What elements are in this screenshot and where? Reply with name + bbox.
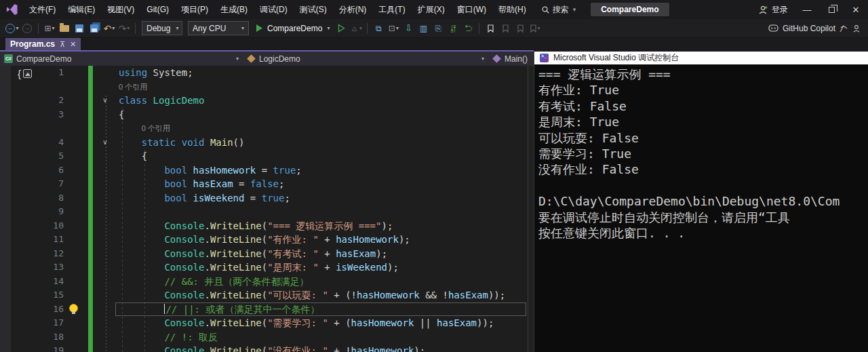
solution-explorer-sync-button[interactable]: ⊡▾ (387, 21, 400, 36)
code-line[interactable]: 17Console.WriteLine("需要学习: " + (hasHomew… (0, 316, 528, 330)
csharp-project-icon: C# (4, 54, 13, 63)
code-line[interactable]: 6bool hasHomework = true; (0, 163, 528, 178)
restore-button[interactable] (819, 0, 844, 19)
menu-item[interactable]: 窗口(W) (451, 0, 492, 19)
bookmark-next-icon (517, 24, 524, 33)
user-icon (759, 5, 768, 14)
code-text: bool hasExam = false; (119, 177, 284, 191)
codelens-row[interactable]: 0 个引用 (0, 80, 528, 94)
copy-document-button[interactable]: ⎘ (431, 21, 445, 36)
code-text: Console.WriteLine("需要学习: " + (hasHomewor… (119, 316, 494, 330)
code-outline-brace-icon[interactable]: { (18, 68, 32, 79)
start-debugging-button[interactable]: CompareDemo ▾ (252, 24, 334, 33)
code-line[interactable]: 10Console.WriteLine("=== 逻辑运算示例 ==="); (0, 219, 528, 233)
menu-item[interactable]: 测试(S) (294, 0, 333, 19)
code-line[interactable]: 4∨static void Main() (0, 136, 528, 150)
navigate-back-button[interactable]: ←▾ (5, 21, 19, 36)
menu-item[interactable]: 工具(T) (372, 0, 411, 19)
code-line[interactable]: 15Console.WriteLine("可以玩耍: " + (!hasHome… (0, 288, 528, 302)
undo-button[interactable]: ↶▾ (102, 21, 116, 36)
github-copilot-button[interactable]: GitHub Copilot (768, 24, 868, 33)
code-line[interactable]: 13Console.WriteLine("是周末: " + isWeekend)… (0, 260, 528, 275)
menu-item[interactable]: 分析(N) (333, 0, 373, 19)
breadcrumb-member-label: Main() (505, 54, 528, 64)
menu-item[interactable]: 帮助(H) (492, 0, 532, 19)
code-line[interactable]: 8bool isWeekend = true; (0, 191, 528, 206)
tab-program-cs[interactable]: Program.cs ⊼ ✕ (5, 38, 81, 50)
open-file-button[interactable] (58, 21, 71, 36)
menu-item[interactable]: 编辑(E) (62, 0, 101, 19)
close-button[interactable]: ✕ (844, 0, 868, 19)
menu-item[interactable]: Git(G) (140, 0, 175, 19)
console-line: 有考试: False (538, 98, 868, 114)
toggle-bookmark-button[interactable] (484, 21, 497, 36)
prev-bookmark-button[interactable] (498, 21, 512, 36)
code-editor[interactable]: { 1using System;0 个引用2∨class LogicDemo3{… (0, 66, 534, 352)
menu-item[interactable]: 视图(V) (101, 0, 140, 19)
console-title-bar[interactable]: Microsoft Visual Studio 调试控制台 (534, 52, 868, 64)
menu-item[interactable]: 扩展(X) (412, 0, 451, 19)
breadcrumb-project-dropdown[interactable]: C# CompareDemo ▾ (0, 52, 243, 66)
visual-studio-logo-icon (5, 4, 19, 15)
editor-rows: 1using System;0 个引用2∨class LogicDemo3{0 … (0, 66, 528, 352)
menu-item[interactable]: 文件(F) (23, 0, 62, 19)
menu-item[interactable]: 生成(B) (214, 0, 254, 19)
code-line[interactable]: 11Console.WriteLine("有作业: " + hasHomewor… (0, 233, 528, 247)
code-line[interactable]: 7bool hasExam = false; (0, 177, 528, 191)
signin-button[interactable]: 登录 (752, 0, 795, 19)
minimize-button[interactable]: — (795, 0, 819, 19)
step-over-button[interactable]: ⮌ (461, 21, 475, 36)
codelens-references[interactable]: 0 个引用 (142, 121, 170, 136)
console-line: 要在调试停止时自动关闭控制台，请启用“工具 (538, 210, 868, 225)
code-text: Console.WriteLine("可以玩耍: " + (!hasHomewo… (119, 288, 505, 302)
search-caret-icon: ▾ (573, 6, 576, 13)
console-line (538, 178, 868, 193)
menu-item[interactable]: 调试(D) (254, 0, 294, 19)
code-line[interactable]: 14// &&: 并且（两个条件都满足） (0, 275, 528, 289)
save-all-button[interactable] (87, 21, 101, 36)
start-without-debugging-button[interactable] (334, 21, 348, 36)
fold-chevron-icon[interactable]: ∨ (99, 136, 111, 150)
navigate-down-button[interactable]: ⇩ (401, 21, 415, 36)
redo-button[interactable]: ↷▾ (117, 21, 131, 36)
line-number: 17 (11, 316, 64, 330)
code-line[interactable]: 3{ (0, 108, 528, 122)
code-line[interactable]: 19Console.WriteLine("没有作业: " + !hasHomew… (0, 344, 528, 352)
clear-bookmarks-button[interactable]: ▾ (528, 21, 542, 36)
show-output-button[interactable]: ▥ (416, 21, 430, 36)
open-folder-icon (60, 25, 69, 32)
menu-item[interactable]: 项目(P) (175, 0, 214, 19)
code-line[interactable]: 12Console.WriteLine("有考试: " + hasExam); (0, 247, 528, 261)
console-output: === 逻辑运算示例 ===有作业: True有考试: False是周末: Tr… (534, 64, 868, 352)
line-number: 13 (11, 260, 64, 275)
code-line[interactable]: 18// !: 取反 (0, 330, 528, 345)
pin-tab-icon[interactable]: ⊼ (60, 40, 65, 49)
user-feedback-icon (852, 24, 861, 33)
lightbulb-icon[interactable] (70, 305, 77, 312)
breadcrumb-type-dropdown[interactable]: LogicDemo ▾ (243, 52, 488, 66)
save-button[interactable] (73, 21, 86, 36)
codelens-row[interactable]: 0 个引用 (0, 121, 528, 136)
step-into-button[interactable]: ⭿ (446, 21, 460, 36)
next-bookmark-button[interactable] (513, 21, 527, 36)
tab-title: Program.cs (10, 39, 55, 49)
window-title: CompareDemo (591, 3, 669, 16)
navigate-forward-button[interactable]: → (20, 21, 34, 36)
codelens-references[interactable]: 0 个引用 (119, 80, 147, 94)
code-line[interactable]: 9 (0, 205, 528, 219)
code-line[interactable]: 2∨class LogicDemo (0, 94, 528, 108)
code-line[interactable]: 16// ||: 或者（满足其中一个条件） (0, 302, 528, 317)
editor-vertical-scrollbar[interactable] (528, 66, 534, 352)
console-line: 可以玩耍: False (538, 130, 868, 146)
find-in-files-button[interactable]: ⧉ (372, 21, 385, 36)
code-line[interactable]: 5{ (0, 149, 528, 163)
hot-reload-button[interactable]: 🜂▾ (349, 21, 363, 36)
search-box[interactable]: 搜索 ▾ (542, 4, 576, 16)
solution-configuration-dropdown[interactable]: Debug▾ (142, 21, 182, 35)
solution-platform-dropdown[interactable]: Any CPU▾ (188, 21, 249, 35)
code-line[interactable]: 1using System; (0, 66, 528, 80)
fold-chevron-icon[interactable]: ∨ (99, 94, 111, 108)
breadcrumb-member-dropdown[interactable]: Main() (488, 52, 534, 66)
new-project-button[interactable]: ⊞▾ (43, 21, 56, 36)
close-tab-icon[interactable]: ✕ (70, 40, 76, 49)
